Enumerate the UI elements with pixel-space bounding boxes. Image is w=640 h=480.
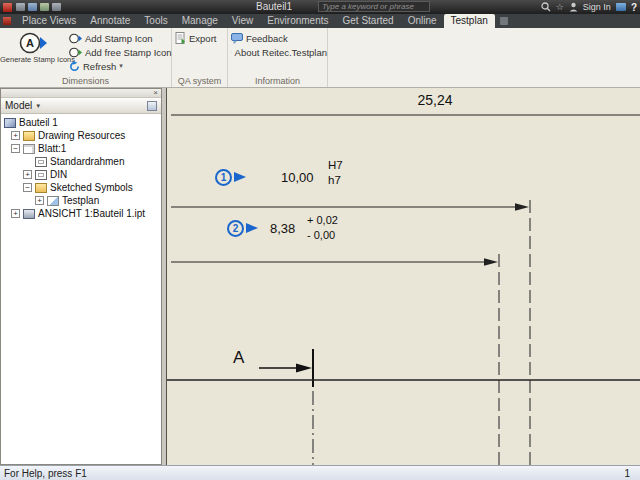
tree-item-testplan[interactable]: + Testplan xyxy=(1,194,161,207)
collapse-icon[interactable]: − xyxy=(11,144,20,153)
redo-icon[interactable] xyxy=(52,3,61,11)
search-icon[interactable] xyxy=(541,2,551,12)
browser-grip-bar[interactable]: × xyxy=(1,89,161,98)
browser-close-icon[interactable]: × xyxy=(153,89,158,97)
about-label: About Reitec.Testplan xyxy=(235,47,327,58)
tree-item-bauteil1[interactable]: Bauteil 1 xyxy=(1,116,161,129)
tree-item-label: Sketched Symbols xyxy=(50,182,133,193)
sign-in-button[interactable]: Sign In xyxy=(583,2,611,12)
tab-environments[interactable]: Environments xyxy=(260,14,335,28)
tree-item-ansicht1[interactable]: + ANSICHT 1:Bauteil 1.ipt xyxy=(1,207,161,220)
save-icon[interactable] xyxy=(28,3,37,11)
dimension-2-value[interactable]: 8,38 xyxy=(270,221,295,236)
tab-place-views[interactable]: Place Views xyxy=(15,14,83,28)
dimension-1-fit-lower[interactable]: h7 xyxy=(328,174,341,186)
sheet-icon xyxy=(23,144,35,154)
feedback-button[interactable]: Feedback xyxy=(228,31,327,45)
tree-item-label: Drawing Resources xyxy=(38,130,125,141)
favorites-star-icon[interactable]: ☆ xyxy=(556,0,564,14)
refresh-dropdown-icon[interactable]: ▾ xyxy=(119,62,123,70)
drawing-geometry xyxy=(167,88,640,465)
tree-item-label: DIN xyxy=(50,169,67,180)
tab-get-started[interactable]: Get Started xyxy=(335,14,400,28)
panel-information-label: Information xyxy=(228,76,327,86)
tree-item-blatt1[interactable]: − Blatt:1 xyxy=(1,142,161,155)
folder-icon xyxy=(23,131,35,141)
model-browser-panel: × Model ▼ Bauteil 1 + Drawing Resources … xyxy=(0,88,162,465)
status-bar: For Help, press F1 1 xyxy=(0,465,640,480)
ribbon: A Generate Stamp Icons Add Stamp Icon Ad… xyxy=(0,28,640,88)
application-menu-icon[interactable] xyxy=(3,17,11,25)
undo-icon[interactable] xyxy=(40,3,49,11)
symbol-icon xyxy=(47,196,59,206)
dim-arrow-balloon2[interactable] xyxy=(484,258,498,266)
ribbon-tab-bar: Place Views Annotate Tools Manage View E… xyxy=(0,14,640,28)
section-label[interactable]: A xyxy=(233,348,244,368)
browser-filter-icon[interactable] xyxy=(147,101,157,111)
browser-header-dropdown-icon[interactable]: ▼ xyxy=(35,103,41,109)
app-logo-icon[interactable] xyxy=(3,3,12,12)
user-icon[interactable] xyxy=(569,2,578,12)
add-free-stamp-icon-button[interactable]: Add free Stamp Icon xyxy=(66,45,172,59)
expand-icon[interactable]: + xyxy=(23,170,32,179)
panel-dimensions: A Generate Stamp Icons Add Stamp Icon Ad… xyxy=(0,28,172,87)
info-icon: i xyxy=(231,47,232,58)
collapse-icon[interactable]: − xyxy=(23,183,32,192)
dimension-1-value[interactable]: 10,00 xyxy=(281,170,314,185)
model-tree: Bauteil 1 + Drawing Resources − Blatt:1 … xyxy=(1,114,161,220)
new-file-icon[interactable] xyxy=(16,3,25,11)
tab-online[interactable]: Online xyxy=(401,14,444,28)
export-button[interactable]: Export xyxy=(172,31,227,45)
dimension-1-fit-upper[interactable]: H7 xyxy=(328,159,343,171)
stamp-icon: A xyxy=(19,31,47,55)
tree-item-label: Testplan xyxy=(62,195,99,206)
tree-item-din[interactable]: + DIN xyxy=(1,168,161,181)
tab-testplan[interactable]: Testplan xyxy=(444,14,495,28)
panel-qa-system: Export QA system xyxy=(172,28,228,87)
tree-item-label: Blatt:1 xyxy=(38,143,66,154)
document-title: Bauteil1 xyxy=(256,1,292,12)
balloon-2[interactable]: 2 xyxy=(227,220,244,237)
dim-arrow-balloon1[interactable] xyxy=(515,203,529,211)
dimension-2-tolerance-lower[interactable]: - 0,00 xyxy=(307,229,335,241)
tree-item-sketched-symbols[interactable]: − Sketched Symbols xyxy=(1,181,161,194)
expand-icon[interactable]: + xyxy=(11,209,20,218)
svg-text:A: A xyxy=(26,37,34,49)
tab-view[interactable]: View xyxy=(225,14,261,28)
screencast-icon[interactable] xyxy=(616,3,626,11)
feedback-label: Feedback xyxy=(246,33,288,44)
tree-item-label: Bauteil 1 xyxy=(19,117,58,128)
add-stamp-icon-button[interactable]: Add Stamp Icon xyxy=(66,31,172,45)
section-arrow-head[interactable] xyxy=(296,364,312,373)
status-help-text: For Help, press F1 xyxy=(0,468,87,479)
refresh-button[interactable]: Refresh ▾ xyxy=(66,59,172,73)
balloon-1[interactable]: 1 xyxy=(215,169,232,186)
tree-item-standardrahmen[interactable]: Standardrahmen xyxy=(1,155,161,168)
balloon-1-flag-icon[interactable] xyxy=(234,172,246,182)
titlebar: Bauteil1 ☆ Sign In ? xyxy=(0,0,640,14)
feedback-icon xyxy=(231,33,243,44)
balloon-2-flag-icon[interactable] xyxy=(246,223,258,233)
tab-annotate[interactable]: Annotate xyxy=(83,14,137,28)
border-icon xyxy=(35,157,47,167)
dimension-overall[interactable]: 25,24 xyxy=(399,92,471,108)
add-stamp-icon-label: Add Stamp Icon xyxy=(85,33,153,44)
search-input[interactable] xyxy=(318,1,430,12)
refresh-icon xyxy=(69,61,80,72)
dimension-2-tolerance-upper[interactable]: + 0,02 xyxy=(307,214,338,226)
expand-icon[interactable]: + xyxy=(35,196,44,205)
help-icon[interactable]: ? xyxy=(631,2,637,13)
ribbon-display-icon[interactable] xyxy=(500,17,508,25)
tree-item-label: Standardrahmen xyxy=(50,156,125,167)
panel-dimensions-label: Dimensions xyxy=(0,76,171,86)
tab-tools[interactable]: Tools xyxy=(137,14,174,28)
tree-item-drawing-resources[interactable]: + Drawing Resources xyxy=(1,129,161,142)
browser-header[interactable]: Model ▼ xyxy=(1,98,161,114)
expand-icon[interactable]: + xyxy=(11,131,20,140)
drawing-canvas[interactable]: 25,24 1 10,00 H7 h7 2 8,38 + 0,02 - 0,00… xyxy=(166,88,640,465)
folder-icon xyxy=(35,183,47,193)
about-button[interactable]: i About Reitec.Testplan xyxy=(228,45,327,59)
part-icon xyxy=(4,118,16,128)
tab-manage[interactable]: Manage xyxy=(175,14,225,28)
stamp-free-small-icon xyxy=(69,47,82,58)
